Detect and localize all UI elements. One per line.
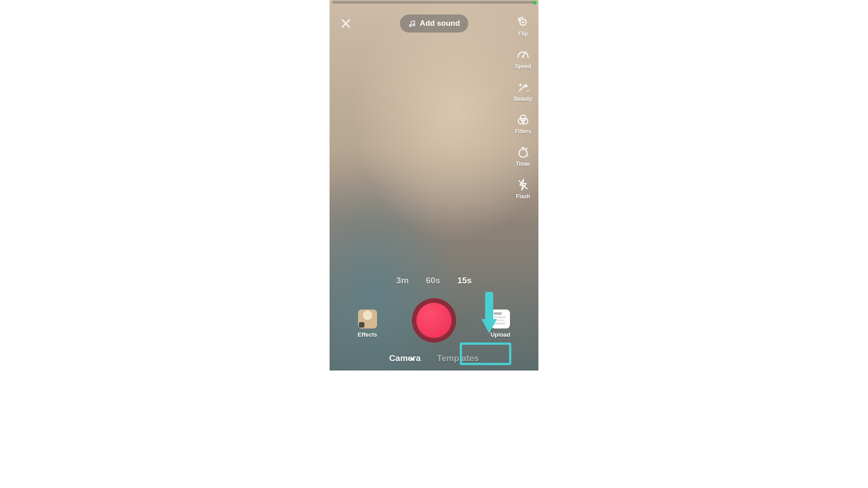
tab-templates[interactable]: Templates xyxy=(437,353,479,363)
duration-option-3m[interactable]: 3m xyxy=(396,276,409,286)
svg-text:3: 3 xyxy=(526,154,528,158)
effects-thumb-icon xyxy=(358,310,377,328)
speed-label: Speed xyxy=(515,63,531,70)
duration-selector: 3m 60s 15s xyxy=(330,276,538,286)
svg-point-1 xyxy=(413,24,415,26)
close-button[interactable] xyxy=(340,17,352,30)
duration-option-15s[interactable]: 15s xyxy=(458,276,472,286)
right-toolbar: Flip OFF Speed OFF Beauty xyxy=(514,15,532,200)
recording-status-dot xyxy=(533,1,537,5)
close-icon xyxy=(340,18,351,29)
mode-tabs: Camera Templates xyxy=(330,353,538,363)
beauty-button[interactable]: OFF Beauty xyxy=(514,80,532,102)
svg-point-0 xyxy=(410,24,412,27)
timer-button[interactable]: 3 Timer xyxy=(516,145,530,167)
active-tab-dot xyxy=(410,358,413,361)
effects-label: Effects xyxy=(358,331,377,338)
speed-button[interactable]: OFF Speed xyxy=(515,48,531,70)
speed-icon: OFF xyxy=(516,48,530,61)
svg-text:OFF: OFF xyxy=(526,90,530,93)
timer-icon: 3 xyxy=(516,145,530,159)
svg-text:OFF: OFF xyxy=(528,57,530,60)
tab-camera[interactable]: Camera xyxy=(389,353,421,363)
flash-button[interactable]: Flash xyxy=(516,178,530,200)
flip-label: Flip xyxy=(518,31,528,37)
beauty-icon: OFF xyxy=(516,80,530,94)
record-button[interactable] xyxy=(412,298,456,343)
upload-button[interactable]: Upload xyxy=(491,310,510,338)
duration-option-60s[interactable]: 60s xyxy=(426,276,440,286)
svg-point-3 xyxy=(522,21,524,23)
flash-icon xyxy=(516,178,530,192)
timer-label: Timer xyxy=(516,161,530,167)
flip-icon xyxy=(516,15,530,29)
record-progress-bar xyxy=(332,1,536,4)
upload-label: Upload xyxy=(491,331,510,338)
record-inner-icon xyxy=(416,303,452,338)
filters-label: Filters xyxy=(515,128,531,135)
beauty-label: Beauty xyxy=(514,96,532,102)
music-note-icon xyxy=(408,19,416,28)
effects-button[interactable]: Effects xyxy=(358,310,377,338)
camera-screen: Add sound Flip OFF Speed xyxy=(330,0,538,371)
add-sound-button[interactable]: Add sound xyxy=(400,14,468,33)
filters-icon xyxy=(516,113,530,127)
svg-point-4 xyxy=(522,56,524,58)
upload-thumb-icon xyxy=(491,310,510,328)
add-sound-label: Add sound xyxy=(420,19,460,28)
flip-button[interactable]: Flip xyxy=(516,15,530,37)
filters-button[interactable]: Filters xyxy=(515,113,531,135)
flash-label: Flash xyxy=(516,193,530,200)
